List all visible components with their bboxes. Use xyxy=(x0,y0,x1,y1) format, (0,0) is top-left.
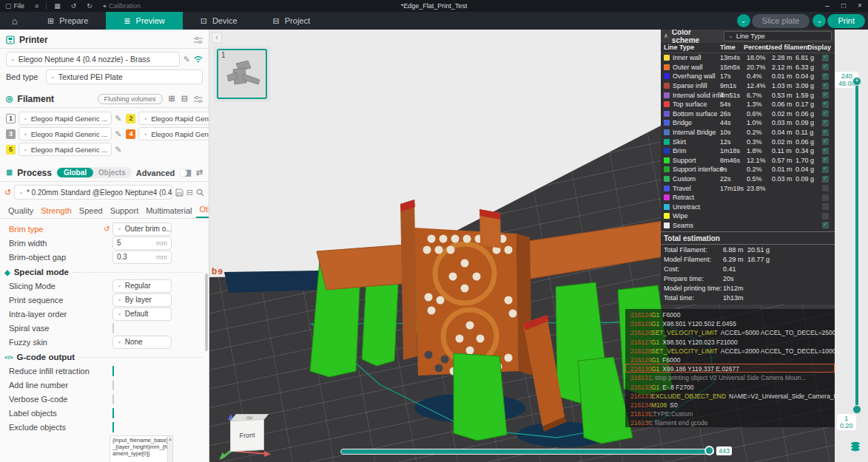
process-tab-quality[interactable]: Quality xyxy=(4,206,37,218)
printer-edit-icon[interactable]: ✎ xyxy=(184,55,190,64)
reset-preset-icon[interactable]: ↺ xyxy=(4,188,11,197)
filament-color-chip[interactable]: 4 xyxy=(126,129,135,139)
display-checkbox[interactable] xyxy=(822,157,829,163)
filament-edit-icon[interactable]: ✎ xyxy=(115,114,121,123)
display-checkbox[interactable] xyxy=(822,176,829,183)
compare-presets-icon[interactable]: ⇄ xyxy=(196,168,203,177)
process-tab-support[interactable]: Support xyxy=(107,206,143,218)
filament-add-icon[interactable]: ⊞ xyxy=(169,94,175,103)
gcode-line[interactable]: 216132G1E-.8 F2700 xyxy=(625,382,835,391)
display-checkbox[interactable] xyxy=(822,101,829,108)
layer-slider-bottom-handle[interactable] xyxy=(852,405,861,414)
process-tab-strength[interactable]: Strength xyxy=(37,206,75,218)
layers-icon[interactable] xyxy=(850,441,861,452)
printer-settings-icon[interactable] xyxy=(194,36,203,44)
gcode-line[interactable]: 216136; filament end gcode xyxy=(625,418,835,427)
display-checkbox[interactable] xyxy=(822,83,829,89)
home-button[interactable]: ⌂ xyxy=(0,12,30,30)
delete-preset-icon[interactable]: ⊟ xyxy=(186,188,193,197)
gcode-line[interactable]: 216127G1X98.501 Y120.023 F21000 xyxy=(625,337,835,346)
close-button[interactable]: × xyxy=(852,0,868,12)
process-tab-multimaterial[interactable]: Multimaterial xyxy=(142,206,195,218)
setting-checkbox[interactable] xyxy=(112,422,114,432)
filament-color-chip[interactable]: 2 xyxy=(126,114,135,123)
gcode-line[interactable]: 216134M106S0 xyxy=(625,400,835,409)
layer-slider-top-handle[interactable]: + xyxy=(852,77,861,86)
setting-select[interactable]: ⌄Regular xyxy=(112,279,172,293)
view-mode-select[interactable]: ⌄ Line Type xyxy=(724,31,832,41)
display-checkbox[interactable] xyxy=(822,129,829,136)
setting-checkbox[interactable] xyxy=(112,408,114,418)
gcode-line[interactable]: 216129G1F6000 xyxy=(625,355,835,364)
setting-select[interactable]: ⌄None xyxy=(112,336,172,349)
setting-input[interactable]: 0.3mm xyxy=(112,251,172,264)
wifi-icon[interactable] xyxy=(194,55,203,63)
setting-input[interactable]: 5mm xyxy=(112,237,172,250)
tab-prepare[interactable]: ⊞Prepare xyxy=(30,12,106,30)
gcode-line[interactable]: 216130G1X99.186 Y119.337 E.02677 xyxy=(625,364,835,373)
layer-slider-track[interactable] xyxy=(855,78,858,412)
display-checkbox[interactable] xyxy=(822,148,829,154)
filename-format-input[interactable]: {input_filename_base}_{layer_height}mm_{… xyxy=(110,435,173,462)
slice-plate-button[interactable]: Slice plate xyxy=(752,14,810,28)
gcode-line[interactable]: 216133EXCLUDE_OBJECT_ENDNAME=V2_Universa… xyxy=(625,391,835,400)
orientation-cube[interactable]: Top Front xyxy=(218,412,277,460)
print-button[interactable]: Print xyxy=(827,14,865,28)
filament-color-chip[interactable]: 3 xyxy=(6,129,16,139)
scope-global[interactable]: Global xyxy=(57,168,93,177)
display-checkbox[interactable] xyxy=(822,222,829,228)
gcode-line[interactable]: 216124G1F6000 xyxy=(625,310,835,319)
display-checkbox[interactable] xyxy=(822,138,829,145)
move-slider-handle[interactable] xyxy=(704,446,714,455)
move-slider-track[interactable] xyxy=(340,449,714,455)
print-options-dropdown[interactable]: ⌄ xyxy=(813,14,826,27)
save-preset-icon[interactable] xyxy=(175,188,184,197)
process-scope-toggle[interactable]: Global Objects xyxy=(56,167,132,178)
gcode-line[interactable]: 216135;TYPE:Custom xyxy=(625,409,835,418)
scope-objects[interactable]: Objects xyxy=(93,168,131,177)
filament-preset-select[interactable]: ⌄Elegoo Rapid Generic ... xyxy=(18,143,112,156)
process-preset-select[interactable]: ⌄ * 0.20mm Standard @Elegoo Neptune4 (0.… xyxy=(14,185,172,200)
display-checkbox[interactable] xyxy=(822,92,829,98)
filament-preset-select[interactable]: ⌄Elegoo Rapid Generic ... xyxy=(18,112,112,125)
reset-setting-icon[interactable]: ↺ xyxy=(104,225,112,233)
filament-preset-select[interactable]: ⌄Elegoo Rapid Generic ... xyxy=(138,127,209,140)
display-checkbox[interactable] xyxy=(822,55,829,61)
gcode-line[interactable]: 216125G1X98.501 Y120.502 E.0455 xyxy=(625,319,835,327)
setting-checkbox[interactable] xyxy=(112,323,114,333)
minimize-button[interactable]: – xyxy=(819,0,835,12)
process-tab-speed[interactable]: Speed xyxy=(75,206,107,218)
setting-select[interactable]: ⌄By layer xyxy=(112,293,172,307)
sidebar-scrollbar[interactable] xyxy=(205,274,208,351)
filament-settings-icon[interactable] xyxy=(194,95,203,103)
tab-preview[interactable]: ≣Preview xyxy=(106,12,182,30)
bed-type-select[interactable]: ⌄ Textured PEI Plate xyxy=(46,69,203,84)
display-checkbox[interactable] xyxy=(822,64,829,70)
display-checkbox[interactable] xyxy=(822,185,829,191)
setting-select[interactable]: ⌄Outer brim o... xyxy=(112,222,172,236)
tab-device[interactable]: ⊡Device xyxy=(183,12,255,30)
display-checkbox[interactable] xyxy=(822,73,829,80)
plate-thumbnail[interactable]: 1 xyxy=(217,49,267,99)
setting-select[interactable]: ⌄Default xyxy=(112,308,172,321)
filament-color-chip[interactable]: 5 xyxy=(6,145,16,154)
gcode-line[interactable]: 216131; stop printing object V2 Universa… xyxy=(625,373,835,381)
filament-edit-icon[interactable]: ✎ xyxy=(115,145,121,154)
scrollbar[interactable]: ▲ xyxy=(167,436,172,462)
display-checkbox[interactable] xyxy=(822,110,829,117)
display-checkbox[interactable] xyxy=(822,194,829,201)
filament-preset-select[interactable]: ⌄Elegoo Rapid Generic ... xyxy=(138,112,209,125)
gcode-line[interactable]: 216128SET_VELOCITY_LIMITACCEL=2000 ACCEL… xyxy=(625,346,835,355)
display-checkbox[interactable] xyxy=(822,203,829,210)
process-tab-others[interactable]: Others xyxy=(196,205,209,218)
filament-remove-icon[interactable]: ⊟ xyxy=(181,94,188,103)
main-menu-button[interactable]: ≡ xyxy=(30,0,44,12)
flushing-volumes-button[interactable]: Flushing volumes xyxy=(98,94,163,104)
filament-preset-select[interactable]: ⌄Elegoo Rapid Generic ... xyxy=(18,127,112,140)
search-icon[interactable] xyxy=(196,188,204,197)
maximize-button[interactable]: □ xyxy=(835,0,852,12)
slice-options-dropdown[interactable]: ⌄ xyxy=(737,14,750,27)
display-checkbox[interactable] xyxy=(822,120,829,126)
display-checkbox[interactable] xyxy=(822,166,829,173)
setting-checkbox[interactable] xyxy=(112,380,114,390)
